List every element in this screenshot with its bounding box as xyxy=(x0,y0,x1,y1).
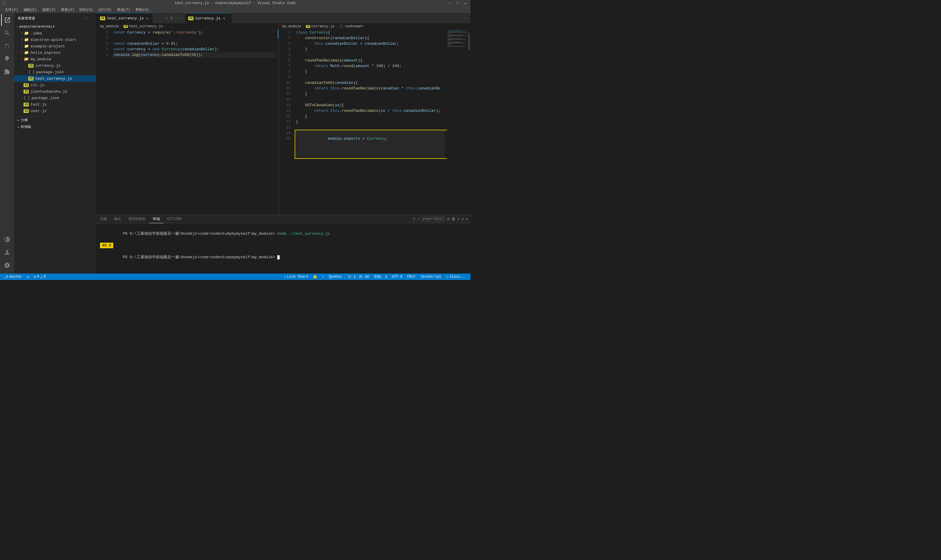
right-bc-module[interactable]: my_module xyxy=(282,25,301,29)
right-scrollbar-thumb[interactable] xyxy=(468,33,470,50)
folder-icon-mymodule: 📂 xyxy=(24,57,29,62)
left-bc-more[interactable]: ... xyxy=(167,25,174,29)
status-liveshare[interactable]: ↗ Live Share xyxy=(282,274,310,280)
right-code-area[interactable]: class Currency{ constructor(canadianDoll… xyxy=(294,30,447,215)
tree-root-folder[interactable]: ▾ NODESTUDYBYMYSELF xyxy=(14,23,96,30)
left-tab-close[interactable]: ✕ xyxy=(146,15,149,22)
terminal-tab-problems[interactable]: 问题 xyxy=(97,215,111,223)
pkg-module-label: package.json xyxy=(37,70,64,74)
sidebar-item-pkg-module[interactable]: { } package.json xyxy=(14,69,96,75)
status-errors[interactable]: ⊗ 0 △ 0 xyxy=(32,274,47,280)
sidebar-item-currency[interactable]: JS currency.js xyxy=(14,62,96,69)
vscode-icon: ⬡ xyxy=(2,0,6,6)
status-encoding[interactable]: UTF-8 xyxy=(390,274,404,280)
timeline-section-header[interactable]: ▸ 时间线 xyxy=(14,123,96,130)
menu-file[interactable]: 文件(F) xyxy=(2,7,21,13)
sidebar-item-mymodule[interactable]: ▾ 📂 my_module xyxy=(14,56,96,62)
status-spaces[interactable]: 空格: 4 xyxy=(372,274,389,280)
sidebar-item-cli[interactable]: JS cli.js xyxy=(14,82,96,88)
sidebar-item-testcurrency[interactable]: JS test_currency.js xyxy=(14,75,96,82)
maximize-button[interactable]: □ xyxy=(455,1,461,6)
outline-label: 大纲 xyxy=(21,118,28,122)
cli-label: cli.js xyxy=(31,83,45,87)
outline-section-header[interactable]: ▸ 大纲 xyxy=(14,117,96,123)
terminal-add-btn[interactable]: + xyxy=(412,217,415,222)
activity-remote[interactable] xyxy=(1,234,13,245)
js-icon-user: JS xyxy=(23,109,29,113)
activity-git[interactable] xyxy=(1,40,13,52)
sidebar-item-pkg-root[interactable]: { } package.json xyxy=(14,95,96,101)
close-button[interactable]: ✕ xyxy=(463,1,468,6)
minimize-button[interactable]: ─ xyxy=(447,1,452,6)
menu-view[interactable]: 查看(V) xyxy=(58,7,77,13)
sidebar-item-idea[interactable]: ▸ 📁 .idea xyxy=(14,30,96,37)
left-bc-module[interactable]: my_module xyxy=(100,25,119,29)
right-bc-symbol[interactable]: <unknown> xyxy=(344,25,364,29)
activity-explorer[interactable] xyxy=(1,14,13,26)
left-code-area[interactable]: const Currency = require('./currency'); … xyxy=(111,30,278,215)
status-check[interactable]: ✓ xyxy=(320,274,326,280)
sidebar-item-express[interactable]: ▸ 📁 hello_express xyxy=(14,49,96,56)
js-icon-testcurrency: JS xyxy=(28,77,34,81)
menu-edit[interactable]: 编辑(E) xyxy=(21,7,39,13)
root-folder-label: NODESTUDYBYMYSELF xyxy=(19,25,55,29)
right-more-btn[interactable]: ··· xyxy=(461,16,468,20)
left-bc-file[interactable]: test_currency.js xyxy=(129,25,163,29)
status-position[interactable]: 行 5，列 40 xyxy=(346,274,371,280)
terminal-split-btn[interactable]: ⊟ xyxy=(447,217,449,222)
status-line-ending[interactable]: CRLF xyxy=(405,274,417,280)
left-editor-content[interactable]: 1 2 3 4 5 const Currency = require('./cu… xyxy=(97,30,278,215)
status-bell[interactable]: 🔔 xyxy=(311,274,319,280)
mymodule-label: my_module xyxy=(31,57,51,62)
terminal-tab-output[interactable]: 输出 xyxy=(111,215,125,223)
run-icon[interactable]: ▷ xyxy=(166,16,168,21)
menu-goto[interactable]: 转到(G) xyxy=(77,7,95,13)
currency-label: currency.js xyxy=(35,63,61,68)
right-pane-more: ··· xyxy=(459,13,470,23)
editor-split: my_module › JS test_currency.js › ... 1 … xyxy=(97,23,470,215)
activity-extensions[interactable] xyxy=(1,66,13,78)
sidebar-item-user[interactable]: JS user.js xyxy=(14,108,96,114)
activity-search[interactable] xyxy=(1,27,13,39)
sidebar-item-electron[interactable]: ▸ 📁 electron-quick-start xyxy=(14,37,96,43)
sidebar-more-btn[interactable]: ··· xyxy=(83,15,93,21)
terminal-trash-btn[interactable]: 🗑 xyxy=(451,217,455,222)
split-icon[interactable]: ⊡ xyxy=(171,16,173,21)
terminal-output-value: 45.5 xyxy=(100,243,113,248)
menu-terminal[interactable]: 终端(T) xyxy=(115,7,133,13)
more-icon[interactable]: ··· xyxy=(175,16,182,20)
right-bc-file[interactable]: currency.js xyxy=(311,25,335,29)
left-tab-testcurrency[interactable]: JS test_currency.js ✕ xyxy=(97,13,152,23)
right-editor-content[interactable]: 1 2 3 4 5 6 7 8 9 10 11 12 13 14 xyxy=(279,30,470,215)
status-feedback[interactable]: ☺ Jialu... xyxy=(444,274,468,280)
js-icon-currency: JS xyxy=(28,64,34,68)
activity-debug[interactable] xyxy=(1,53,13,65)
terminal-down-btn[interactable]: ∨ xyxy=(461,217,464,222)
right-line-numbers: 1 2 3 4 5 6 7 8 9 10 11 12 13 14 xyxy=(279,30,294,215)
right-tab-currency[interactable]: JS currency.js ✕ xyxy=(185,13,232,23)
menu-select[interactable]: 选择(V) xyxy=(40,7,58,13)
terminal-up-btn[interactable]: ∧ xyxy=(457,217,460,222)
menu-run[interactable]: 运行(D) xyxy=(96,7,114,13)
sidebar-item-test[interactable]: JS test.js xyxy=(14,101,96,108)
status-branch[interactable]: ⎇ master xyxy=(2,274,24,280)
activity-account[interactable] xyxy=(1,246,13,258)
activity-settings[interactable] xyxy=(1,259,13,271)
menu-help[interactable]: 帮助(H) xyxy=(133,7,151,13)
terminal-close-btn[interactable]: ✕ xyxy=(466,217,468,222)
terminal-content[interactable]: PS G:\工家雄自学前端最后一遍\9nodejs\code\nodestudy… xyxy=(97,223,470,274)
folder-icon-electron: 📁 xyxy=(24,37,29,42)
status-sync[interactable]: ↺ xyxy=(25,274,31,280)
example-label: example-project xyxy=(31,44,65,49)
sidebar-item-example[interactable]: ▸ 📁 example-project xyxy=(14,43,96,49)
left-line-1: const Currency = require('./currency'); xyxy=(114,30,276,35)
terminal-tab-gitlens[interactable]: GITLENS xyxy=(163,215,185,223)
right-tab-close[interactable]: ✕ xyxy=(222,15,226,22)
terminal-dropdown-btn[interactable]: ▾ xyxy=(417,217,419,221)
highlight-box-line19 xyxy=(295,130,447,159)
terminal-tab-terminal[interactable]: 终端 xyxy=(149,215,163,223)
status-quokka[interactable]: Quokka xyxy=(327,274,343,280)
terminal-tab-debug[interactable]: 调试控制台 xyxy=(125,215,149,223)
sidebar-item-jiantou[interactable]: JS jiantouhanshu.js xyxy=(14,88,96,95)
status-language[interactable]: JavaScript xyxy=(418,274,443,280)
